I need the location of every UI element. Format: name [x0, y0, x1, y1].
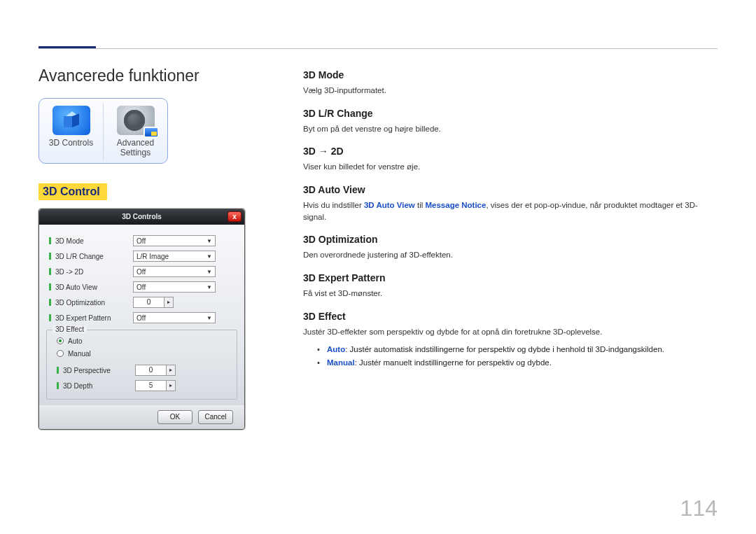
chevron-down-icon: ▼ — [206, 253, 212, 260]
value-3d-optimization: 0 — [133, 297, 164, 308]
text-3d-to-2d: Viser kun billedet for venstre øje. — [303, 161, 718, 173]
label-3d-expert-pattern: 3D Expert Pattern — [55, 314, 111, 322]
keyword-3d-auto-view: 3D Auto View — [364, 201, 415, 209]
text-3d-mode: Vælg 3D-inputformatet. — [303, 85, 718, 97]
text-3d-lr-change: Byt om på det venstre og højre billede. — [303, 123, 718, 135]
label-3d-auto-view: 3D Auto View — [55, 283, 97, 291]
text-3d-effect: Justér 3D-effekter som perspektiv og dyb… — [303, 326, 718, 338]
dialog-title-bar: 3D Controls x — [39, 209, 244, 225]
bullet-manual: Manual: Justér manuelt indstillingerne f… — [317, 356, 718, 369]
dialog-3d-controls: 3D Controls x 3D Mode Off ▼ 3D — [38, 209, 245, 430]
value-3d-mode: Off — [136, 237, 146, 245]
radio-manual[interactable]: Manual — [57, 347, 231, 360]
label-3d-lr-change: 3D L/R Change — [55, 253, 104, 260]
tile-advanced-settings[interactable]: Advanced Settings — [103, 103, 167, 160]
cube-3d-icon — [52, 106, 90, 135]
cancel-button[interactable]: Cancel — [198, 410, 233, 424]
label-3d-depth: 3D Depth — [63, 382, 92, 390]
chevron-down-icon: ▼ — [206, 269, 212, 275]
gear-icon — [117, 106, 155, 135]
value-3d-perspective: 0 — [135, 365, 166, 376]
dropdown-3d-expert-pattern[interactable]: Off ▼ — [133, 312, 216, 323]
heading-3d-mode: 3D Mode — [303, 69, 718, 80]
options-list: 3D Mode Off ▼ 3D L/R Change L/R Image ▼ — [46, 230, 237, 327]
tile-3d-controls-label: 3D Controls — [41, 138, 102, 148]
tile-3d-controls[interactable]: 3D Controls — [39, 103, 103, 160]
heading-3d-lr-change: 3D L/R Change — [303, 108, 718, 119]
dropdown-3d-mode[interactable]: Off ▼ — [133, 235, 216, 246]
dropdown-3d-auto-view[interactable]: Off ▼ — [133, 281, 216, 293]
group-title-3d-effect: 3D Effect — [52, 325, 87, 333]
left-column: Avancerede funktioner 3D Controls Advanc… — [38, 66, 270, 430]
spinner-3d-optimization[interactable]: 0 ▸ — [133, 297, 174, 308]
radio-auto-label: Auto — [68, 337, 83, 345]
chevron-down-icon: ▼ — [206, 284, 212, 290]
keyword-message-notice: Message Notice — [425, 201, 486, 209]
text-3d-optimization: Den overordnede justering af 3D-effekten… — [303, 249, 718, 261]
value-3d-lr-change: L/R Image — [136, 253, 169, 260]
heading-3d-optimization: 3D Optimization — [303, 234, 718, 245]
section-heading-3d-control: 3D Control — [38, 183, 107, 200]
row-3d-lr-change: 3D L/R Change L/R Image ▼ — [49, 248, 237, 264]
close-icon[interactable]: x — [227, 211, 241, 222]
keyword-manual: Manual — [327, 358, 355, 367]
dialog-title-text: 3D Controls — [122, 213, 162, 220]
value-3d-expert-pattern: Off — [136, 314, 146, 322]
ok-button[interactable]: OK — [158, 410, 192, 424]
row-3d-depth: 3D Depth 5 ▸ — [57, 378, 231, 393]
icon-panel: 3D Controls Advanced Settings — [38, 98, 168, 164]
row-3d-auto-view: 3D Auto View Off ▼ — [49, 279, 237, 295]
heading-3d-auto-view: 3D Auto View — [303, 184, 718, 195]
header-rule — [38, 48, 718, 49]
spinner-up-icon[interactable]: ▸ — [164, 297, 174, 308]
row-3d-mode: 3D Mode Off ▼ — [49, 233, 237, 248]
value-3d-depth: 5 — [135, 380, 166, 391]
group-3d-effect: 3D Effect Auto Manual 3D Perspective — [46, 330, 237, 400]
heading-3d-effect: 3D Effect — [303, 311, 718, 322]
label-3d-mode: 3D Mode — [55, 237, 84, 245]
radio-icon — [57, 350, 64, 357]
label-3d-optimization: 3D Optimization — [55, 299, 105, 307]
keyword-auto: Auto — [327, 345, 345, 353]
bullets-3d-effect: Auto: Justér automatisk indstillingerne … — [303, 343, 718, 369]
row-3d-expert-pattern: 3D Expert Pattern Off ▼ — [49, 310, 237, 325]
value-3d-auto-view: Off — [136, 283, 146, 291]
right-column: 3D Mode Vælg 3D-inputformatet. 3D L/R Ch… — [303, 66, 718, 430]
chevron-down-icon: ▼ — [206, 238, 212, 244]
chevron-down-icon: ▼ — [206, 315, 212, 321]
tile-advanced-label-2: Settings — [105, 148, 166, 157]
page-title: Avancerede funktioner — [38, 66, 270, 85]
row-3d-optimization: 3D Optimization 0 ▸ — [49, 295, 237, 310]
heading-3d-expert-pattern: 3D Expert Pattern — [303, 272, 718, 283]
spinner-up-icon[interactable]: ▸ — [166, 380, 176, 391]
row-3d-to-2d: 3D -> 2D Off ▼ — [49, 264, 237, 279]
value-3d-to-2d: Off — [136, 268, 146, 276]
dialog-button-row: OK Cancel — [39, 405, 244, 429]
label-3d-to-2d: 3D -> 2D — [55, 268, 83, 276]
row-3d-perspective: 3D Perspective 0 ▸ — [57, 363, 231, 378]
text-3d-auto-view: Hvis du indstiller 3D Auto View til Mess… — [303, 199, 718, 223]
spinner-3d-depth[interactable]: 5 ▸ — [135, 380, 176, 391]
text-3d-expert-pattern: Få vist et 3D-mønster. — [303, 288, 718, 300]
dropdown-3d-lr-change[interactable]: L/R Image ▼ — [133, 251, 216, 262]
bullet-auto: Auto: Justér automatisk indstillingerne … — [317, 343, 718, 356]
spinner-3d-perspective[interactable]: 0 ▸ — [135, 365, 176, 376]
page-number: 114 — [680, 496, 718, 521]
heading-3d-to-2d: 3D → 2D — [303, 146, 718, 157]
radio-manual-label: Manual — [68, 350, 91, 358]
radio-auto[interactable]: Auto — [57, 335, 231, 347]
label-3d-perspective: 3D Perspective — [63, 367, 111, 374]
tile-advanced-label-1: Advanced — [105, 138, 166, 148]
dropdown-3d-to-2d[interactable]: Off ▼ — [133, 266, 216, 277]
spinner-up-icon[interactable]: ▸ — [166, 365, 176, 376]
radio-icon — [57, 337, 64, 344]
